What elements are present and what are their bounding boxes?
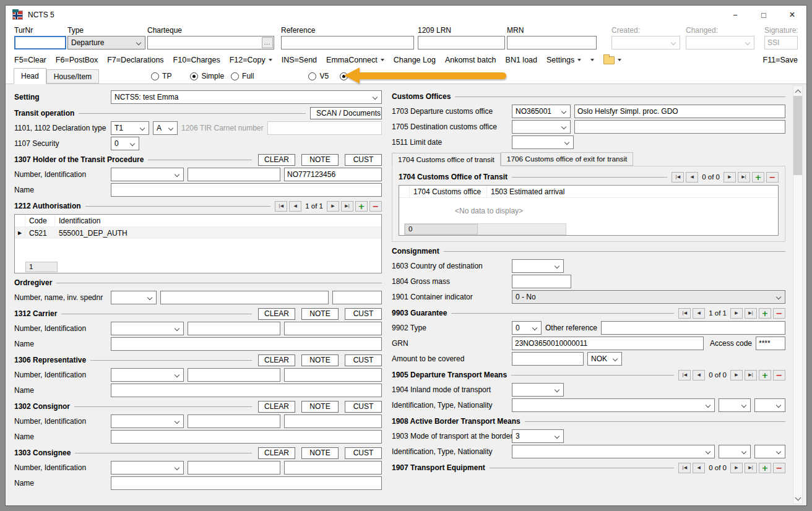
pager-prev-button[interactable]: ◀ [693,308,705,319]
column-header-office[interactable]: 1704 Customs office [410,186,487,197]
reference-input[interactable] [281,36,414,49]
consignee-id1-input[interactable] [188,461,280,474]
scroll-up-button[interactable] [793,86,802,96]
pager-prev-button[interactable]: ◀ [686,172,698,182]
declaration-kind-combo[interactable]: A [153,121,178,135]
charteque-input[interactable] [148,36,261,49]
radio-simple[interactable]: Simple [190,72,224,80]
holder-id2-input[interactable] [284,168,382,181]
toolbar-item-declarations[interactable]: F7=Declarations [107,56,163,64]
pager-remove-button[interactable]: − [773,370,785,380]
mrn-input[interactable] [507,36,597,49]
pager-remove-button[interactable]: − [773,308,785,319]
scan-documents-button[interactable]: SCAN / Documents [310,107,382,119]
carrier-id2-input[interactable] [284,322,382,335]
toolbar-folder-button[interactable] [603,56,621,64]
guarantee-type-combo[interactable]: 0 [512,321,542,335]
carrier-name-input[interactable] [111,337,382,351]
pager-first-button[interactable]: |◀ [678,308,691,319]
departure-office-combo[interactable]: NO365001 [512,105,571,118]
pager-prev-button[interactable]: ◀ [693,463,705,473]
pager-last-button[interactable]: ▶| [745,308,757,319]
column-header-arrival[interactable]: 1503 Estimated arrival [487,186,778,197]
radio-full[interactable]: Full [231,72,254,80]
column-header-identification[interactable]: Identification [55,215,381,226]
consignor-name-input[interactable] [111,430,382,444]
toolbar-item-save[interactable]: F11=Save [763,56,798,64]
destination-office-name-input[interactable] [574,120,785,134]
tab-customs-office-of-transit[interactable]: 1704 Customs office of transit [392,153,501,166]
pager-remove-button[interactable]: − [773,463,785,473]
scrollbar-thumb[interactable] [793,96,802,175]
pager-last-button[interactable]: ▶| [738,172,750,182]
minimize-button[interactable]: − [721,6,749,24]
consignee-cust-button[interactable]: CUST [345,447,382,459]
currency-combo[interactable]: NOK [587,352,622,366]
declaration-type-combo[interactable]: T1 [111,121,149,135]
holder-number-combo[interactable] [111,168,184,181]
consignor-note-button[interactable]: NOTE [301,401,339,413]
consignee-id2-input[interactable] [284,461,382,474]
carrier-clear-button[interactable]: CLEAR [258,308,295,320]
representative-id2-input[interactable] [284,368,382,382]
consignor-id1-input[interactable] [188,414,280,428]
ordregiver-name-input[interactable] [160,291,329,304]
scroll-down-button[interactable] [793,494,802,504]
toolbar-item-copy[interactable]: F12=Copy [230,56,272,64]
toolbar-item-ankomst-batch[interactable]: Ankomst batch [445,56,496,64]
consignor-clear-button[interactable]: CLEAR [258,401,295,413]
ordregiver-number-combo[interactable] [111,291,157,304]
toolbar-item-emmaconnect[interactable]: EmmaConnect [326,56,384,64]
other-reference-input[interactable] [601,321,785,335]
pager-add-button[interactable]: + [759,370,771,380]
amount-covered-input[interactable] [512,352,584,366]
inland-mode-combo[interactable] [512,383,564,397]
pager-next-button[interactable]: ▶ [730,308,743,319]
pager-first-button[interactable]: |◀ [672,172,684,182]
carrier-note-button[interactable]: NOTE [301,308,339,320]
consignee-name-input[interactable] [111,476,382,490]
consignee-note-button[interactable]: NOTE [301,447,339,459]
limit-date-combo[interactable] [512,135,574,149]
consignee-number-combo[interactable] [111,461,184,474]
grn-input[interactable] [512,337,704,350]
holder-cust-button[interactable]: CUST [345,154,382,166]
tab-customs-office-of-exit[interactable]: 1706 Customs office of exit for transit [501,152,634,166]
pager-prev-button[interactable]: ◀ [289,201,301,212]
toolbar-item-postbox[interactable]: F6=PostBox [56,56,98,64]
toolbar-item-send[interactable]: INS=Send [282,56,317,64]
departure-nationality-combo[interactable] [754,398,785,412]
border-nationality-combo[interactable] [754,445,785,458]
departure-type-combo[interactable] [719,398,751,412]
vertical-scrollbar[interactable] [793,85,803,504]
pager-last-button[interactable]: ▶| [341,201,353,212]
pager-last-button[interactable]: ▶| [745,370,757,380]
representative-name-input[interactable] [111,384,382,397]
container-indicator-combo[interactable]: 0 - No [512,290,785,304]
consignee-clear-button[interactable]: CLEAR [258,447,295,459]
type-combo[interactable]: Departure [67,36,145,49]
pager-first-button[interactable]: |◀ [678,370,691,380]
toolbar-dropdown-button[interactable] [590,59,594,61]
pager-add-button[interactable]: + [759,308,771,319]
pager-next-button[interactable]: ▶ [723,172,736,182]
departure-identification-combo[interactable] [512,398,715,412]
consignor-cust-button[interactable]: CUST [345,401,382,413]
carrier-cust-button[interactable]: CUST [345,308,382,320]
holder-id1-input[interactable] [188,168,280,181]
destination-office-combo[interactable] [512,120,571,134]
border-type-combo[interactable] [719,445,751,458]
toolbar-item-settings[interactable]: Settings [546,56,581,64]
country-destination-combo[interactable] [512,259,564,273]
setting-combo[interactable]: NCTS5: test Emma [111,90,382,104]
pager-first-button[interactable]: |◀ [678,463,691,473]
charteque-browse-button[interactable]: ... [262,37,273,48]
column-header-code[interactable]: Code [25,215,55,226]
access-code-input[interactable] [756,337,785,350]
toolbar-item-clear[interactable]: F5=Clear [14,56,46,64]
representative-cust-button[interactable]: CUST [345,354,382,366]
table-row[interactable]: ▶ C521 555001_DEP_AUTH [15,227,381,239]
pager-next-button[interactable]: ▶ [327,201,339,212]
lrn-input[interactable] [418,36,505,49]
holder-note-button[interactable]: NOTE [301,154,339,166]
